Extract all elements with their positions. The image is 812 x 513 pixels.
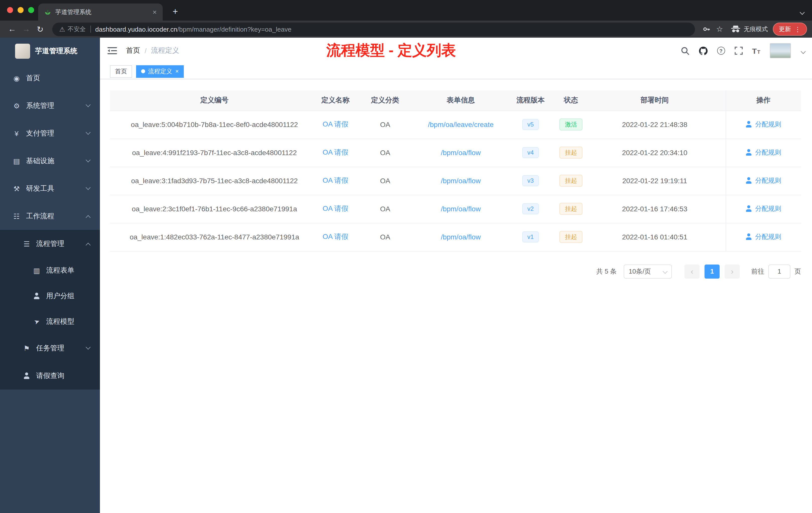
app: 芋道管理系统 ◉ 首页 ⚙ 系统管理 ¥ 支付管理 ▤ 基础设施 bbox=[0, 38, 812, 513]
page-size-select[interactable]: 10条/页 bbox=[624, 264, 672, 278]
table-row: oa_leave:5:004b710b-7b8a-11ec-8ef0-acde4… bbox=[110, 111, 801, 139]
hamburger-icon[interactable] bbox=[108, 47, 117, 55]
key-icon[interactable] bbox=[700, 23, 713, 36]
assign-rule-link[interactable]: 分配规则 bbox=[746, 233, 781, 241]
assign-rule-link[interactable]: 分配规则 bbox=[746, 176, 781, 185]
help-icon[interactable]: ? bbox=[717, 47, 725, 55]
assign-rule-link[interactable]: 分配规则 bbox=[746, 120, 781, 129]
version-badge: v5 bbox=[522, 119, 539, 130]
tag-close-icon[interactable]: × bbox=[175, 68, 179, 74]
forward-icon[interactable]: → bbox=[19, 22, 33, 36]
definition-category: OA bbox=[352, 223, 418, 251]
sidebar-item-leave-query[interactable]: 请假查询 bbox=[0, 362, 100, 390]
font-size-icon[interactable]: TT bbox=[752, 47, 760, 55]
tab-favicon bbox=[44, 8, 51, 16]
security-indicator[interactable]: ⚠ 不安全 bbox=[59, 25, 86, 33]
page-number-1[interactable]: 1 bbox=[704, 264, 720, 278]
yen-icon: ¥ bbox=[12, 129, 21, 137]
status-badge: 激活 bbox=[559, 118, 582, 130]
sidebar-item-task-management[interactable]: ⚑ 任务管理 bbox=[0, 334, 100, 362]
browser-menu-icon[interactable]: ⋮ bbox=[794, 25, 801, 33]
definition-name-link[interactable]: OA 请假 bbox=[323, 148, 348, 156]
sidebar-item-devtools[interactable]: ⚒ 研发工具 bbox=[0, 175, 100, 202]
search-icon[interactable] bbox=[681, 47, 689, 55]
form-link[interactable]: /bpm/oa/flow bbox=[441, 233, 481, 241]
column-header-time: 部署时间 bbox=[584, 90, 726, 111]
annotation-title: 流程模型 - 定义列表 bbox=[326, 41, 456, 61]
tag-process-definition[interactable]: 流程定义 × bbox=[136, 65, 184, 78]
goto-page-input[interactable] bbox=[768, 264, 790, 278]
avatar-caret-icon[interactable] bbox=[802, 46, 805, 55]
tab-search-icon[interactable] bbox=[801, 7, 804, 16]
form-link[interactable]: /bpm/oa/flow bbox=[441, 177, 481, 185]
definition-id: oa_leave:4:991f2193-7b7f-11ec-a3c8-acde4… bbox=[110, 139, 319, 167]
sidebar-item-user-group[interactable]: 用户分组 bbox=[0, 283, 100, 309]
form-link[interactable]: /bpm/oa/flow bbox=[441, 149, 481, 157]
assign-rule-link[interactable]: 分配规则 bbox=[746, 204, 781, 213]
update-browser-button[interactable]: 更新 ⋮ bbox=[773, 23, 807, 36]
maximize-window-button[interactable] bbox=[28, 7, 34, 13]
user-group-icon bbox=[32, 293, 41, 299]
sidebar-item-home[interactable]: ◉ 首页 bbox=[0, 64, 100, 92]
avatar[interactable] bbox=[770, 43, 791, 58]
definition-name-link[interactable]: OA 请假 bbox=[323, 120, 348, 128]
page-content: 定义编号 定义名称 定义分类 表单信息 流程版本 状态 部署时间 操作 oa_l bbox=[100, 79, 812, 290]
minimize-window-button[interactable] bbox=[18, 7, 24, 13]
definition-category: OA bbox=[352, 111, 418, 139]
dashboard-icon: ◉ bbox=[12, 74, 21, 82]
sidebar-item-process-form[interactable]: ▥ 流程表单 bbox=[0, 258, 100, 283]
logo-title: 芋道管理系统 bbox=[35, 47, 77, 56]
prev-page-button[interactable]: ‹ bbox=[685, 264, 699, 278]
close-window-button[interactable] bbox=[7, 7, 13, 13]
status-badge: 挂起 bbox=[559, 203, 582, 215]
sidebar-item-label: 研发工具 bbox=[26, 184, 54, 193]
definition-category: OA bbox=[352, 167, 418, 195]
process-model-icon: ➤ bbox=[32, 318, 41, 325]
sidebar-item-label: 工作流程 bbox=[26, 212, 54, 221]
bookmark-star-icon[interactable]: ☆ bbox=[713, 23, 726, 36]
sidebar-item-infrastructure[interactable]: ▤ 基础设施 bbox=[0, 147, 100, 175]
header-icons: ? TT bbox=[681, 43, 805, 58]
breadcrumb-home[interactable]: 首页 bbox=[126, 46, 140, 55]
next-page-button[interactable]: › bbox=[725, 264, 740, 278]
address-bar[interactable]: ⚠ 不安全 dashboard.yudao.iocoder.cn/bpm/man… bbox=[52, 22, 695, 36]
logo-row[interactable]: 芋道管理系统 bbox=[0, 38, 100, 64]
sidebar-item-label: 用户分组 bbox=[46, 292, 74, 300]
user-icon bbox=[746, 177, 752, 184]
definition-table: 定义编号 定义名称 定义分类 表单信息 流程版本 状态 部署时间 操作 oa_l bbox=[110, 90, 801, 251]
definition-name-link[interactable]: OA 请假 bbox=[323, 204, 348, 212]
user-icon bbox=[746, 149, 752, 156]
deploy-time: 2022-01-16 17:46:53 bbox=[584, 195, 726, 223]
fullscreen-icon[interactable] bbox=[734, 47, 743, 55]
definition-name-link[interactable]: OA 请假 bbox=[323, 176, 348, 184]
form-link[interactable]: /bpm/oa/flow bbox=[441, 205, 481, 213]
reload-icon[interactable]: ↻ bbox=[33, 22, 47, 36]
new-tab-button[interactable]: + bbox=[169, 5, 182, 18]
column-header-version: 流程版本 bbox=[503, 90, 558, 111]
sidebar-item-workflow[interactable]: ☷ 工作流程 bbox=[0, 202, 100, 230]
definition-name-link[interactable]: OA 请假 bbox=[323, 233, 348, 240]
sidebar-item-process-management[interactable]: ☰ 流程管理 bbox=[0, 230, 100, 258]
back-icon[interactable]: ← bbox=[5, 22, 19, 36]
sidebar-item-payment-management[interactable]: ¥ 支付管理 bbox=[0, 119, 100, 147]
main-area: 首页 / 流程定义 流程模型 - 定义列表 bbox=[100, 38, 812, 513]
incognito-label: 无痕模式 bbox=[744, 25, 768, 33]
url-text[interactable]: dashboard.yudao.iocoder.cn/bpm/manager/d… bbox=[95, 25, 291, 33]
chevron-down-icon bbox=[86, 102, 91, 107]
user-icon bbox=[746, 121, 752, 128]
sidebar-item-system-management[interactable]: ⚙ 系统管理 bbox=[0, 92, 100, 119]
chevron-up-icon bbox=[86, 242, 91, 247]
sidebar-item-process-model[interactable]: ➤ 流程模型 bbox=[0, 309, 100, 334]
assign-rule-link[interactable]: 分配规则 bbox=[746, 148, 781, 157]
chevron-down-icon bbox=[86, 344, 91, 350]
definition-id: oa_leave:3:1fad3d93-7b75-11ec-a3c8-acde4… bbox=[110, 167, 319, 195]
form-link[interactable]: /bpm/oa/leave/create bbox=[428, 120, 494, 128]
github-icon[interactable] bbox=[699, 47, 707, 55]
tag-home[interactable]: 首页 bbox=[110, 65, 132, 78]
warning-icon: ⚠ bbox=[59, 25, 65, 33]
tab-close-icon[interactable]: × bbox=[153, 8, 157, 16]
url-separator bbox=[90, 26, 91, 33]
definition-id: oa_leave:5:004b710b-7b8a-11ec-8ef0-acde4… bbox=[110, 111, 319, 139]
browser-tab[interactable]: 芋道管理系统 × bbox=[38, 3, 163, 21]
workflow-submenu: ☰ 流程管理 ▥ 流程表单 用户分组 ➤ 流程模型 ⚑ bbox=[0, 230, 100, 390]
